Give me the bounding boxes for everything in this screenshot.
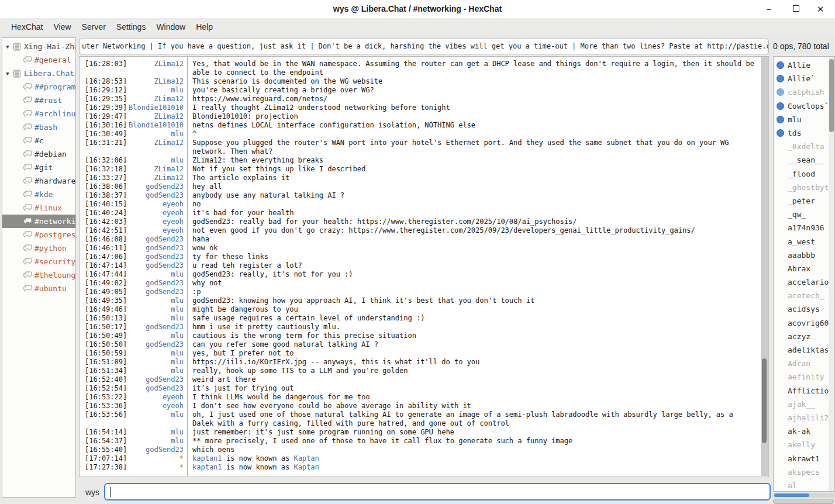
userlist-item-ajhalili2[interactable]: ajhalili2 — [774, 411, 834, 424]
userlist-item-akrawt1[interactable]: akrawt1 — [774, 451, 834, 465]
user-nick-label: aczyz — [788, 332, 810, 341]
message-text: it’s just for trying out — [187, 384, 760, 393]
message-timestamp: [16:54:37] — [80, 437, 128, 446]
userlist-horizontal-scrollbar-thumb[interactable] — [774, 493, 809, 497]
user-nick-label: ak-ak — [788, 427, 810, 436]
sidebar-item-programming[interactable]: ##programming — [2, 80, 75, 94]
channel-icon — [22, 83, 33, 91]
userlist-item-tds[interactable]: tds — [774, 126, 834, 140]
message-input[interactable] — [104, 483, 771, 500]
userlist-item-cowclops[interactable]: Cowclops` — [774, 99, 834, 113]
userlist-item-aaabbb[interactable]: aaabbb — [774, 248, 834, 262]
userlist-item-ajak[interactable]: ajak__ — [774, 398, 834, 411]
sidebar-item-postgresql[interactable]: #postgresql — [2, 228, 75, 241]
sidebar-item-git[interactable]: #git — [2, 161, 75, 174]
userlist-vertical-scrollbar[interactable] — [829, 57, 834, 491]
sidebar-item-xing-hai-zhan[interactable]: ▼Xing-Hai-Zhan — [2, 40, 75, 53]
sidebar-item-rust[interactable]: ##rust — [2, 94, 75, 107]
message-text: anybody use any natural talking AI ? — [187, 191, 760, 200]
userlist-item-sean[interactable]: __sean__ — [774, 153, 834, 167]
userlist-item-qw[interactable]: _qw_ — [774, 208, 834, 221]
userlist-item-acidsys[interactable]: acidsys — [774, 302, 834, 316]
userlist-item-abrax[interactable]: Abrax — [774, 262, 834, 275]
userlist-item-adeliktas[interactable]: adeliktas — [774, 343, 834, 357]
message-timestamp: [16:42:03] — [80, 218, 128, 226]
sidebar-item-security[interactable]: #security — [2, 255, 75, 268]
expander-icon[interactable]: ▼ — [4, 71, 12, 77]
sidebar-item-archlinux[interactable]: #archlinux — [2, 107, 75, 120]
userlist-item-catphish[interactable]: catphish — [774, 85, 834, 99]
message-timestamp: [16:30:49] — [80, 130, 128, 139]
channel-icon — [22, 164, 33, 171]
menu-help[interactable]: Help — [191, 18, 218, 36]
sidebar-item-hardware[interactable]: #hardware — [2, 174, 75, 188]
userlist-item-accelario[interactable]: accelario — [774, 275, 834, 289]
userlist-item-allie[interactable]: Allie` — [774, 72, 834, 85]
message-text: can you refer some good natural talking … — [187, 340, 760, 349]
userlist-item-akspecs[interactable]: akspecs — [774, 465, 834, 479]
chat-message-row: [16:47:14]godSend23u read teh register a… — [80, 261, 760, 270]
message-timestamp: [16:47:06] — [80, 253, 128, 261]
message-timestamp: [16:42:51] — [80, 226, 128, 235]
expander-icon[interactable]: ▼ — [4, 44, 12, 50]
message-text: :p — [187, 288, 760, 296]
message-text: kaptan1 is now known as Kaptan — [187, 454, 760, 463]
userlist-item-aczyz[interactable]: aczyz — [774, 330, 834, 343]
userlist-item-afflictio[interactable]: Afflictio — [774, 384, 834, 398]
userlist-item-a174n936[interactable]: a174n936 — [774, 221, 834, 234]
userlist-item-allie[interactable]: Allie — [774, 58, 834, 72]
userlist-item-aefinity[interactable]: aefinity — [774, 370, 834, 384]
topic-input[interactable]: uter Networking | If you have a question… — [79, 39, 769, 54]
close-button[interactable]: ✕ — [810, 0, 830, 18]
chat-message-row: [16:29:35]ZLima12https://www.wireguard.c… — [80, 95, 760, 103]
message-nick: eyeoh — [128, 402, 187, 410]
message-nick: mlu — [128, 130, 187, 139]
maximize-button[interactable] — [786, 0, 806, 18]
sidebar-item-libera-chat[interactable]: ▼Libera.Chat — [2, 67, 75, 80]
minimize-button[interactable]: – — [759, 0, 779, 18]
userlist-item-ak-ak[interactable]: ak-ak — [774, 424, 834, 438]
userlist-item-0xdelta[interactable]: _0xdelta — [774, 140, 834, 153]
menu-view[interactable]: View — [48, 18, 76, 36]
message-nick: mlu — [128, 314, 187, 323]
message-text: https://www.wireguard.com/netns/ — [187, 95, 760, 103]
menu-server[interactable]: Server — [77, 18, 111, 36]
userlist-item-flood[interactable]: _flood — [774, 167, 834, 181]
userlist-item-acovrig60[interactable]: acovrig60 — [774, 316, 834, 330]
userlist-item-mlu[interactable]: mlu — [774, 113, 834, 126]
sidebar-item-ubuntu[interactable]: #ubuntu — [2, 282, 75, 295]
userlist-item-adran[interactable]: Adran — [774, 357, 834, 370]
menu-window[interactable]: Window — [151, 18, 191, 36]
sidebar-item-python[interactable]: #python — [2, 241, 75, 255]
sidebar-item-linux[interactable]: #linux — [2, 201, 75, 215]
chat-message-row: [16:40:24]eyeohit's bad for your health — [80, 209, 760, 218]
menu-hexchat[interactable]: HexChat — [6, 18, 48, 36]
sidebar-item-kde[interactable]: #kde — [2, 188, 75, 201]
sidebar-item-c[interactable]: #c — [2, 134, 75, 147]
sidebar-item-thelounge[interactable]: #thelounge — [2, 268, 75, 282]
chat-scrollbar[interactable] — [761, 57, 768, 476]
chat-scrollbar-thumb[interactable] — [762, 358, 767, 443]
userlist-resize-grip[interactable] — [773, 499, 834, 504]
userlist-item-al[interactable]: al — [774, 479, 834, 492]
server-tree-panel: ▼Xing-Hai-Zhan#general▼Libera.Chat##prog… — [2, 37, 76, 498]
chat-message-area[interactable]: [16:28:03]ZLima12Yes, that would be in t… — [80, 57, 760, 476]
userlist-item-peter[interactable]: _peter — [774, 194, 834, 208]
user-nick-label: Allie` — [788, 74, 815, 83]
userlist-item-a-west[interactable]: a_west — [774, 234, 834, 248]
sidebar-item-networking[interactable]: #networking — [2, 215, 75, 228]
menu-settings[interactable]: Settings — [111, 18, 151, 36]
sidebar-item-debian[interactable]: #debian — [2, 147, 75, 161]
message-text: https://iili.io/KOrIErX.jpg -- anyways, … — [187, 358, 760, 367]
sidebar-item-label: #git — [34, 163, 53, 172]
userlist-item-acetech[interactable]: acetech_ — [774, 289, 834, 302]
message-timestamp: [16:29:35] — [80, 95, 128, 103]
message-nick: godSend23 — [128, 235, 187, 244]
userlist-item-akelly[interactable]: akelly — [774, 438, 834, 451]
userlist-item-ghostbyt[interactable]: _ghostbyt — [774, 181, 834, 194]
userlist-scrollbar-thumb[interactable] — [829, 59, 834, 132]
userlist-horizontal-scrollbar[interactable] — [773, 493, 835, 498]
sidebar-item-general[interactable]: #general — [2, 53, 75, 67]
userlist-count-label: 0 ops, 780 total — [773, 39, 835, 54]
sidebar-item-bash[interactable]: #bash — [2, 120, 75, 134]
